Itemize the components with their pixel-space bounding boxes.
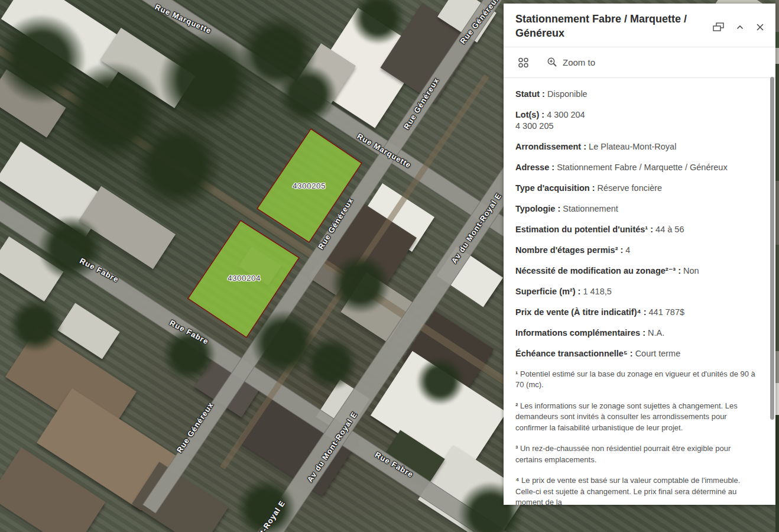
footnote-text: Potentiel estimé sur la base du zonage e… xyxy=(515,369,755,390)
field-row: Estimation du potentiel d'unités¹ : 44 à… xyxy=(515,224,758,235)
field-row: Nécessité de modification au zonage²⁻³ :… xyxy=(515,265,758,277)
popup-header: Stationnement Fabre / Marquette / Génére… xyxy=(504,4,775,47)
field-value: Stationnement xyxy=(563,204,618,213)
field-label: Nécessité de modification au zonage²⁻³ : xyxy=(515,266,681,275)
field-value: Réserve foncière xyxy=(598,183,663,193)
close-button[interactable] xyxy=(754,21,766,33)
footnote-marker: ² xyxy=(515,401,518,410)
field-row: Nombre d'étages permis² : 4 xyxy=(515,245,758,256)
field-label: Superficie (m²) : xyxy=(515,287,580,296)
chevron-up-icon xyxy=(735,22,745,32)
footnote: ⁴ Le prix de vente est basé sur la valeu… xyxy=(515,475,758,508)
field-value: 4 xyxy=(625,245,630,255)
field-value: 44 à 56 xyxy=(655,225,684,234)
footnote: ¹ Potentiel estimé sur la base du zonage… xyxy=(515,369,758,391)
footnote-text: Les informations sur le zonage sont suje… xyxy=(515,401,738,432)
dots-grid-icon xyxy=(518,57,529,68)
map-edge-strip xyxy=(775,0,779,532)
zoom-in-icon xyxy=(547,57,557,67)
field-value: Stationnement Fabre / Marquette / Génére… xyxy=(557,163,728,172)
field-value: Non xyxy=(683,266,699,275)
field-value: 1 418,5 xyxy=(583,287,611,296)
field-row: Prix de vente (À titre indicatif)⁴ : 441… xyxy=(515,307,758,318)
field-label: Lot(s) : xyxy=(515,110,544,119)
field-value: Disponible xyxy=(547,89,588,99)
parcel-label: 4300204 xyxy=(228,274,261,283)
zoom-to-button[interactable]: Zoom to xyxy=(544,54,598,70)
popup-panel: Stationnement Fabre / Marquette / Génére… xyxy=(504,4,775,505)
footnote-marker: ¹ xyxy=(515,369,518,378)
scrollbar-thumb[interactable] xyxy=(770,77,774,420)
popup-header-actions xyxy=(710,11,766,35)
dock-icon xyxy=(712,21,725,34)
field-label: Arrondissement : xyxy=(515,142,586,151)
dock-button[interactable] xyxy=(710,20,726,35)
field-row: Superficie (m²) : 1 418,5 xyxy=(515,286,758,297)
field-label: Estimation du potentiel d'unités¹ : xyxy=(515,225,653,234)
field-label: Type d'acquisition : xyxy=(515,183,595,193)
field-label: Adresse : xyxy=(515,163,554,172)
popup-toolbar: Zoom to xyxy=(504,47,775,78)
footnote-marker: ³ xyxy=(515,444,518,453)
footnote-marker: ⁴ xyxy=(515,476,519,485)
field-label: Typologie : xyxy=(515,204,560,213)
popup-title: Stationnement Fabre / Marquette / Génére… xyxy=(515,11,710,41)
field-value: Court terme xyxy=(635,349,681,358)
field-row: Adresse : Stationnement Fabre / Marquett… xyxy=(515,162,758,173)
field-row: Lot(s) : 4 300 204 4 300 205 xyxy=(515,109,758,132)
field-row: Type d'acquisition : Réserve foncière xyxy=(515,183,758,194)
field-value: 441 787$ xyxy=(649,307,684,317)
zoom-to-label: Zoom to xyxy=(563,58,595,67)
footnote-text: Le prix de vente est basé sur la valeur … xyxy=(515,476,740,507)
field-label: Nombre d'étages permis² : xyxy=(515,245,623,255)
popup-content: Statut : Disponible Lot(s) : 4 300 204 4… xyxy=(504,78,775,518)
field-label: Informations complémentaires : xyxy=(515,328,645,338)
footnote-text: Un rez-de-chaussée non résidentiel pourr… xyxy=(515,444,731,464)
field-value: Le Plateau-Mont-Royal xyxy=(589,142,676,151)
field-row: Arrondissement : Le Plateau-Mont-Royal xyxy=(515,141,758,153)
close-icon xyxy=(755,22,765,32)
field-row: Échéance transactionnelle⁵ : Court terme xyxy=(515,348,758,359)
dots-grid-button[interactable] xyxy=(515,54,531,70)
field-label: Échéance transactionnelle⁵ : xyxy=(515,349,633,358)
field-row: Informations complémentaires : N.A. xyxy=(515,327,758,339)
field-value: N.A. xyxy=(648,328,664,338)
footnote: ³ Un rez-de-chaussée non résidentiel pou… xyxy=(515,443,758,465)
footnote: ² Les informations sur le zonage sont su… xyxy=(515,401,758,434)
field-row: Typologie : Stationnement xyxy=(515,203,758,215)
field-row: Statut : Disponible xyxy=(515,89,758,100)
field-label: Statut : xyxy=(515,89,545,99)
parcel-label: 4300205 xyxy=(293,181,326,190)
collapse-button[interactable] xyxy=(734,21,746,33)
field-label: Prix de vente (À titre indicatif)⁴ : xyxy=(515,307,647,317)
